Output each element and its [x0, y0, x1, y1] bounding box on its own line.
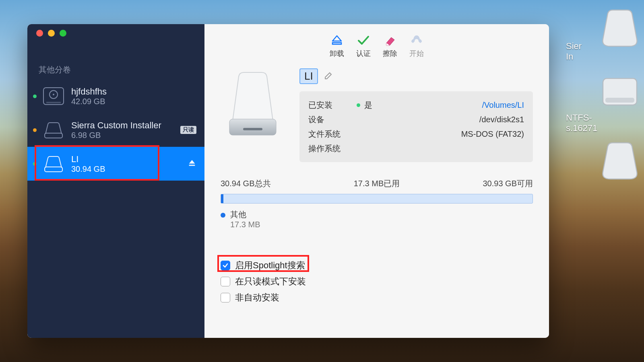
option-label: 在只读模式下安装 [235, 276, 306, 288]
checkbox-checked-icon[interactable] [221, 261, 230, 270]
svg-rect-11 [243, 128, 262, 130]
svg-rect-8 [189, 165, 195, 166]
internal-drive-icon [42, 86, 65, 106]
volume-large-icon [221, 68, 285, 141]
unmount-button[interactable]: 卸载 [330, 34, 344, 58]
options-section: 启用Spotlight搜索 在只读模式下安装 非自动安装 [221, 257, 533, 306]
usage-used: 17.3 MB已用 [354, 178, 400, 189]
option-label: 非自动安装 [235, 292, 279, 304]
option-readonly[interactable]: 在只读模式下安装 [221, 274, 533, 290]
toolbar-label: 卸载 [330, 49, 344, 58]
checkbox-icon[interactable] [221, 277, 230, 286]
svg-point-4 [53, 94, 54, 95]
status-dot-icon [357, 103, 360, 107]
sidebar-volume-li[interactable]: LI 30.94 GB [27, 147, 204, 181]
volume-size: 30.94 GB [71, 165, 188, 174]
checkbox-icon[interactable] [221, 293, 230, 302]
legend-size: 17.3 MB [230, 220, 533, 229]
svg-rect-5 [46, 102, 61, 103]
erase-button[interactable]: 擦除 [383, 34, 397, 58]
usage-bar-fill [221, 194, 223, 203]
mounted-label: 已安装 [308, 100, 357, 111]
usage-total: 30.94 GB总共 [221, 178, 271, 189]
mount-path-link[interactable]: /Volumes/LI [482, 101, 524, 110]
toolbar: 卸载 认证 擦除 开始 [204, 24, 549, 68]
zoom-button[interactable] [60, 30, 66, 37]
filesystem-label: 文件系统 [308, 129, 357, 140]
sidebar-volume-sierra-installer[interactable]: Sierra Custom Installer 6.98 GB 只读 [27, 113, 204, 147]
status-dot-icon [33, 128, 37, 132]
edit-icon[interactable] [324, 71, 333, 82]
readonly-badge: 只读 [180, 126, 196, 134]
minimize-button[interactable] [48, 30, 55, 37]
app-window: 其他分卷 hjfdshfhs 42.09 GB Sierra Custom In… [27, 24, 549, 338]
device-label: 设备 [308, 114, 357, 125]
filesystem-value: MS-DOS (FAT32) [461, 130, 524, 139]
svg-rect-7 [45, 167, 62, 172]
external-drive-icon [42, 120, 65, 140]
legend-dot-icon [221, 213, 225, 218]
volume-size: 42.09 GB [71, 97, 196, 106]
usage-section: 30.94 GB总共 17.3 MB已用 30.93 GB可用 其他 17.3 … [221, 178, 533, 229]
status-dot-icon [33, 162, 37, 166]
volume-name: LI [71, 154, 188, 165]
close-button[interactable] [36, 30, 43, 37]
eject-icon[interactable] [188, 158, 196, 169]
usage-free: 30.93 GB可用 [483, 178, 533, 189]
volume-size: 6.98 GB [71, 131, 180, 140]
option-label: 启用Spotlight搜索 [235, 259, 305, 272]
svg-rect-9 [332, 43, 341, 44]
option-noauto[interactable]: 非自动安装 [221, 290, 533, 306]
desktop-drive-icon-2[interactable] [596, 71, 644, 115]
usage-bar [221, 194, 533, 204]
os-label: 操作系统 [308, 143, 357, 154]
sidebar-volume-hjfdshfhs[interactable]: hjfdshfhs 42.09 GB [27, 79, 204, 113]
sidebar-section-label: 其他分卷 [27, 42, 204, 79]
start-button[interactable]: 开始 [409, 34, 424, 58]
legend-name: 其他 [230, 210, 246, 219]
mounted-value: 是 [364, 100, 372, 111]
window-controls [27, 24, 204, 42]
svg-rect-10 [229, 119, 276, 135]
sidebar: 其他分卷 hjfdshfhs 42.09 GB Sierra Custom In… [27, 24, 204, 338]
svg-rect-1 [605, 98, 634, 103]
toolbar-label: 擦除 [383, 49, 397, 58]
verify-button[interactable]: 认证 [356, 34, 371, 58]
option-spotlight[interactable]: 启用Spotlight搜索 [221, 257, 533, 274]
toolbar-label: 开始 [409, 49, 424, 58]
content-pane: 卸载 认证 擦除 开始 [204, 24, 549, 338]
desktop-drive-icon-3[interactable] [596, 140, 644, 184]
desktop-item-label-2: NTFS- s.16271 [566, 113, 642, 134]
svg-rect-6 [45, 133, 62, 138]
volume-name: Sierra Custom Installer [71, 120, 180, 131]
volume-info-panel: 已安装 是 /Volumes/LI 设备 /dev/disk2s1 文件系统 [299, 91, 533, 162]
toolbar-label: 认证 [356, 49, 371, 58]
device-value: /dev/disk2s1 [479, 115, 524, 124]
volume-name: hjfdshfhs [71, 86, 196, 97]
desktop-item-label: Sier In [566, 41, 642, 62]
volume-name-input[interactable]: LI [299, 68, 318, 84]
external-drive-icon [42, 154, 65, 173]
status-dot-icon [33, 95, 37, 98]
